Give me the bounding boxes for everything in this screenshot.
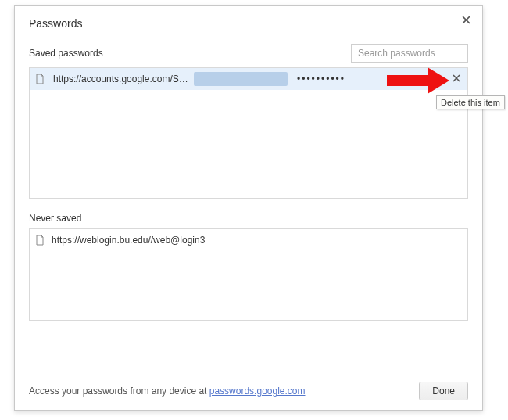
close-button[interactable] xyxy=(459,14,473,28)
delete-icon xyxy=(453,74,460,82)
never-section-header: Never saved xyxy=(15,199,482,228)
footer-text: Access your passwords from any device at… xyxy=(29,386,306,397)
passwords-link[interactable]: passwords.google.com xyxy=(209,386,306,397)
site-url: https://accounts.google.com/Servic... xyxy=(53,74,194,84)
saved-password-row[interactable]: https://accounts.google.com/Servic... ••… xyxy=(30,68,467,90)
dialog-footer: Access your passwords from any device at… xyxy=(15,372,482,410)
saved-label: Saved passwords xyxy=(29,48,103,59)
page-icon xyxy=(34,235,45,246)
saved-passwords-list[interactable]: https://accounts.google.com/Servic... ••… xyxy=(29,67,468,199)
never-saved-list[interactable]: https://weblogin.bu.edu//web@login3 xyxy=(29,228,468,321)
never-label: Never saved xyxy=(29,213,81,224)
username-cell[interactable] xyxy=(194,72,288,86)
done-button[interactable]: Done xyxy=(419,382,468,400)
saved-section-header: Saved passwords xyxy=(15,36,482,67)
never-site-url: https://weblogin.bu.edu//web@login3 xyxy=(52,235,205,246)
delete-tooltip: Delete this item xyxy=(436,95,505,109)
search-input[interactable] xyxy=(356,45,463,62)
password-mask: •••••••••• xyxy=(288,74,445,84)
footer-prefix: Access your passwords from any device at xyxy=(29,386,209,397)
dialog-header: Passwords xyxy=(15,6,482,36)
page-icon xyxy=(34,74,53,84)
dialog-title: Passwords xyxy=(29,17,82,30)
delete-row-button[interactable] xyxy=(445,74,467,84)
never-saved-row[interactable]: https://weblogin.bu.edu//web@login3 xyxy=(30,229,467,251)
search-box[interactable] xyxy=(351,44,468,63)
passwords-dialog: Passwords Saved passwords https://accoun… xyxy=(14,5,483,411)
close-icon xyxy=(462,16,470,24)
